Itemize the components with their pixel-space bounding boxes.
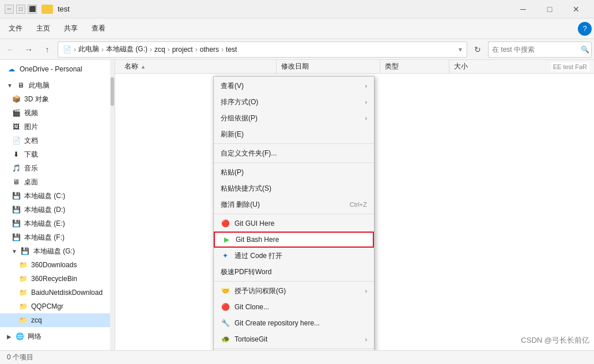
column-type[interactable]: 类型 [380, 60, 449, 73]
menu-label-paste: 粘贴(P) [221, 168, 244, 177]
menu-item-pdf[interactable]: 极速PDF转Word [214, 264, 374, 280]
drive-e-icon: 💾 [12, 219, 21, 228]
sidebar-item-music[interactable]: 🎵 音乐 [0, 161, 115, 175]
menu-item-paste-shortcut[interactable]: 粘贴快捷方式(S) [214, 180, 374, 196]
network-icon: 🌐 [15, 332, 24, 341]
drive-g-icon: 💾 [21, 247, 30, 256]
breadcrumb-drive[interactable]: 本地磁盘 (G:) [106, 44, 147, 54]
search-box[interactable]: 🔍 [488, 41, 592, 58]
column-size[interactable]: 大小 [449, 60, 507, 73]
sidebar-label-network: 网络 [28, 332, 41, 342]
file-menu-button[interactable]: 文件 [2, 21, 29, 37]
sidebar-scroll-thumb[interactable] [111, 77, 114, 106]
forward-button[interactable]: → [21, 41, 37, 58]
menu-item-vscode[interactable]: ✦ 通过 Code 打开 [214, 248, 374, 264]
menu-item-git-gui[interactable]: 🔴 Git GUI Here [214, 215, 374, 232]
breadcrumb-others[interactable]: others [200, 46, 219, 54]
sidebar-item-drive-g[interactable]: ▼ 💾 本地磁盘 (G:) [0, 244, 115, 258]
sidebar-item-drive-e[interactable]: 💾 本地磁盘 (E:) [0, 217, 115, 230]
share-menu-button[interactable]: 共享 [58, 21, 84, 37]
sidebar-label-drive-c: 本地磁盘 (C:) [24, 191, 65, 201]
menu-item-tortoisegit[interactable]: 🐢 TortoiseGit › [214, 331, 374, 347]
menu-item-paste[interactable]: 粘贴(P) [214, 164, 374, 180]
search-input[interactable] [492, 46, 578, 54]
sidebar-label-drive-d: 本地磁盘 (D:) [24, 205, 65, 215]
column-date[interactable]: 修改日期 [277, 60, 380, 73]
breadcrumb-zcq[interactable]: zcq [154, 46, 165, 54]
maximize-button[interactable]: □ [536, 0, 563, 18]
sidebar-label-desktop: 桌面 [24, 177, 38, 187]
downloads-icon: ⬇ [12, 150, 21, 159]
minimize-button[interactable]: ─ [510, 0, 536, 18]
close-button[interactable]: ✕ [563, 0, 589, 18]
menu-label-customize: 自定义文件夹(F)... [221, 149, 277, 158]
sidebar-item-360downloads[interactable]: 📁 360Downloads [0, 258, 115, 272]
menu-item-customize[interactable]: 自定义文件夹(F)... [214, 145, 374, 161]
sidebar-item-baidu[interactable]: 📁 BaiduNetdiskDownload [0, 286, 115, 299]
sidebar-scrollbar[interactable] [110, 60, 115, 350]
window-controls[interactable]: ─ □ ✕ [510, 0, 589, 18]
title-folder-icon [41, 5, 53, 14]
sidebar-item-drive-f[interactable]: 💾 本地磁盘 (F:) [0, 230, 115, 244]
git-create-icon: 🔧 [221, 318, 230, 328]
menu-item-sort[interactable]: 排序方式(O) › [214, 94, 374, 110]
sidebar-item-pc[interactable]: ▼ 🖥 此电脑 [0, 78, 115, 92]
menu-item-refresh[interactable]: 刷新(E) [214, 126, 374, 142]
menu-item-undo[interactable]: 撤消 删除(U) Ctrl+Z [214, 196, 374, 213]
context-menu: 查看(V) › 排序方式(O) › 分组依据(P) › 刷 [213, 76, 374, 350]
breadcrumb[interactable]: 📄 › 此电脑 › 本地磁盘 (G:) › zcq › project › ot… [58, 41, 467, 58]
sidebar-item-pictures[interactable]: 🖼 图片 [0, 120, 115, 134]
sidebar: ☁ OneDrive - Personal ▼ 🖥 此电脑 📦 3D 对象 🎬 … [0, 60, 115, 350]
breadcrumb-pc[interactable]: 此电脑 [78, 44, 99, 54]
sidebar-label-qqpcmgr: QQPCMgr [31, 302, 63, 310]
pictures-icon: 🖼 [12, 122, 21, 131]
sidebar-item-downloads[interactable]: ⬇ 下载 [0, 147, 115, 161]
sidebar-label-documents: 文档 [24, 136, 38, 146]
sidebar-item-video[interactable]: 🎬 视频 [0, 106, 115, 120]
view-menu-button[interactable]: 查看 [85, 21, 112, 37]
menu-divider-1 [214, 143, 374, 144]
search-icon[interactable]: 🔍 [581, 46, 589, 54]
menu-item-git-create[interactable]: 🔧 Git Create repository here... [214, 315, 374, 331]
home-menu-button[interactable]: 主页 [30, 21, 56, 37]
menu-item-view[interactable]: 查看(V) › [214, 78, 374, 94]
drive-c-icon: 💾 [12, 191, 21, 200]
sidebar-item-documents[interactable]: 📄 文档 [0, 134, 115, 147]
breadcrumb-test[interactable]: test [226, 46, 237, 54]
menu-divider-4 [214, 281, 374, 282]
sidebar-item-drive-d[interactable]: 💾 本地磁盘 (D:) [0, 203, 115, 217]
menu-item-git-clone[interactable]: 🔴 Git Clone... [214, 299, 374, 315]
far-label: EE test FaR [551, 62, 589, 71]
sidebar-item-desktop[interactable]: 🖥 桌面 [0, 175, 115, 189]
menu-item-group[interactable]: 分组依据(P) › [214, 110, 374, 126]
menu-label-tortoisegit: TortoiseGit [234, 335, 267, 343]
sidebar-label-360recycle: 360RecycleBin [31, 275, 77, 283]
breadcrumb-item[interactable]: 📄 [63, 46, 71, 54]
sidebar-item-zcq[interactable]: 📁 zcq [0, 313, 115, 327]
sidebar-item-network[interactable]: ▶ 🌐 网络 [0, 329, 115, 343]
sidebar-item-drive-c[interactable]: 💾 本地磁盘 (C:) [0, 189, 115, 203]
drive-d-icon: 💾 [12, 205, 21, 214]
breadcrumb-dropdown-icon[interactable]: ▾ [459, 46, 462, 54]
onedrive-icon: ☁ [7, 65, 16, 74]
desktop-icon: 🖥 [12, 177, 21, 187]
menu-item-git-bash[interactable]: ▶ Git Bash Here [214, 232, 374, 248]
help-button[interactable]: ? [578, 22, 592, 36]
sidebar-label-music: 音乐 [24, 164, 38, 173]
up-button[interactable]: ↑ [39, 41, 55, 58]
back-button[interactable]: ← [2, 41, 18, 58]
sidebar-item-360recycle[interactable]: 📁 360RecycleBin [0, 272, 115, 286]
watermark-text: CSDN @弓长长前亿 [521, 336, 589, 344]
menu-label-paste-shortcut: 粘贴快捷方式(S) [221, 184, 271, 194]
sidebar-item-3d[interactable]: 📦 3D 对象 [0, 92, 115, 106]
menu-item-access[interactable]: 🤝 授予访问权限(G) › [214, 283, 374, 299]
menu-label-group: 分组依据(P) [221, 113, 258, 123]
menu-arrow-group: › [365, 115, 367, 122]
sidebar-item-qqpcmgr[interactable]: 📁 QQPCMgr [0, 299, 115, 313]
folder-baidu-icon: 📁 [18, 288, 28, 297]
refresh-button[interactable]: ↻ [470, 41, 486, 58]
folder-qq-icon: 📁 [18, 302, 28, 311]
breadcrumb-project[interactable]: project [172, 46, 193, 54]
column-name[interactable]: 名称 ▲ [115, 60, 277, 73]
sidebar-item-onedrive[interactable]: ☁ OneDrive - Personal [0, 62, 115, 76]
